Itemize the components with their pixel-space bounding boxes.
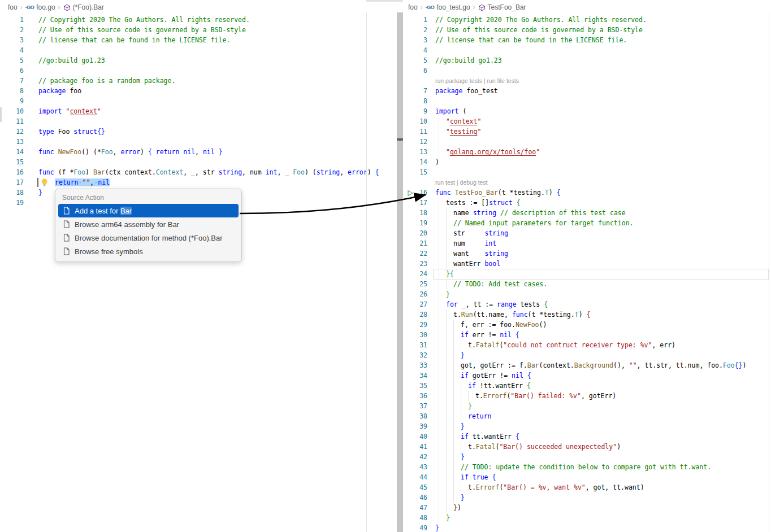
line-number: 49	[403, 523, 427, 532]
line-number: 5	[0, 55, 24, 66]
menu-item-add-test[interactable]: Add a test for Bar	[58, 204, 239, 217]
codelens-row: run package tests | run file tests	[403, 76, 771, 86]
code-text: }	[435, 523, 439, 532]
file-icon	[63, 207, 70, 215]
code-line: 14func NewFoo() (*Foo, error) { return n…	[0, 147, 366, 157]
code-text: tests := []struct {	[435, 198, 521, 208]
line-number: 3	[0, 35, 24, 45]
line-number: 12	[0, 127, 24, 137]
code-text: import "context"	[38, 106, 101, 116]
line-number: 43	[403, 462, 427, 472]
go-file-icon: -GO	[426, 5, 435, 10]
code-line: 9import (	[403, 106, 771, 116]
breadcrumb-folder[interactable]: foo	[408, 3, 418, 11]
file-icon	[63, 234, 70, 242]
menu-item-browse-assembly[interactable]: Browse arm64 assembly for Bar	[58, 217, 239, 231]
line-number: 12	[403, 137, 427, 147]
code-line: 37}	[403, 401, 771, 411]
line-number: 14	[0, 147, 24, 157]
code-line: 5//go:build go1.23	[403, 55, 771, 66]
code-text: if !tt.wantErr {	[435, 381, 531, 391]
code-text: }	[435, 452, 465, 462]
match-highlight: Bar	[120, 207, 132, 215]
code-line: 6	[403, 66, 771, 76]
line-number: 35	[403, 381, 427, 391]
line-number: 10	[403, 116, 427, 127]
codelens-links[interactable]: run package tests | run file tests	[435, 76, 519, 86]
line-number: 4	[0, 45, 24, 55]
code-line: 32}	[403, 350, 771, 360]
code-text: "testing"	[435, 127, 481, 137]
code-line: 4	[0, 45, 366, 55]
line-number: 47	[403, 503, 427, 513]
code-line: 15	[0, 157, 366, 167]
code-line: 16func TestFoo_Bar(t *testing.T) {	[403, 187, 771, 198]
code-text: // Named input parameters for target fun…	[435, 218, 634, 228]
line-number: 26	[403, 289, 427, 299]
line-number: 9	[0, 96, 24, 106]
code-line: 8	[403, 96, 771, 106]
file-icon	[63, 247, 70, 255]
codelens-links[interactable]: run test | debug test	[435, 177, 488, 187]
code-line: 42}	[403, 452, 771, 462]
code-area-left[interactable]: 1// Copyright 2020 The Go Authors. All r…	[0, 15, 366, 208]
editor-border	[366, 12, 367, 532]
line-number: 7	[0, 76, 24, 86]
line-number: 13	[403, 147, 427, 157]
code-line: 48}	[403, 513, 771, 523]
code-line: 27for _, tt := range tests {	[403, 299, 771, 309]
menu-item-browse-documentation[interactable]: Browse documentation for method (*Foo).B…	[58, 231, 239, 245]
line-number: 8	[0, 86, 24, 96]
line-number: 27	[403, 299, 427, 309]
code-line: 23wantErr bool	[403, 259, 771, 269]
line-number: 7	[403, 86, 427, 96]
line-number: 46	[403, 492, 427, 503]
menu-item-label: Browse arm64 assembly for Bar	[75, 220, 179, 229]
code-text: want string	[435, 248, 508, 259]
code-line: 18name string // description of this tes…	[403, 208, 771, 218]
code-line: 16func (f *Foo) Bar(ctx context.Context,…	[0, 167, 366, 177]
line-number: 41	[403, 442, 427, 452]
code-text: type Foo struct{}	[38, 127, 105, 137]
breadcrumb-symbol[interactable]: (*Foo).Bar	[73, 3, 104, 11]
line-number: 16	[0, 167, 24, 177]
code-text: t.Errorf("Bar() = %v, want %v", got, tt.…	[435, 482, 644, 492]
line-number: 17	[0, 177, 24, 187]
editor-pane-left: foo › -GO foo.go › (*Foo).Bar 1// Copyri…	[0, 0, 366, 532]
menu-item-browse-free-symbols[interactable]: Browse free symbols	[58, 245, 239, 258]
code-line: 39}	[403, 421, 771, 431]
line-number: 39	[403, 421, 427, 431]
code-line: 12	[403, 137, 771, 147]
code-line: 4	[403, 45, 771, 55]
line-number: 23	[403, 259, 427, 269]
code-text: // TODO: Add test cases.	[435, 279, 547, 289]
code-text: }	[38, 187, 42, 198]
code-text: // Copyright 2020 The Go Authors. All ri…	[38, 15, 250, 25]
code-text: }	[435, 421, 465, 431]
line-number: 10	[0, 106, 24, 116]
breadcrumb-file[interactable]: foo_test.go	[436, 3, 470, 11]
code-line: 1// Copyright 2020 The Go Authors. All r…	[0, 15, 366, 25]
code-area-right[interactable]: 1// Copyright 2020 The Go Authors. All r…	[403, 15, 771, 532]
breadcrumb-file[interactable]: foo.go	[36, 3, 55, 11]
code-text: func TestFoo_Bar(t *testing.T) {	[435, 187, 561, 198]
line-number: 38	[403, 411, 427, 421]
code-line: 43// TODO: update the condition below to…	[403, 462, 771, 472]
breadcrumb-symbol[interactable]: TestFoo_Bar	[488, 3, 526, 11]
code-line: 41t.Fatal("Bar() succeeded unexpectedly"…	[403, 442, 771, 452]
code-text: "golang.org/x/tools/foo"	[435, 147, 540, 157]
line-number: 32	[403, 350, 427, 360]
code-line: 47})	[403, 503, 771, 513]
code-text: //go:build go1.23	[38, 55, 105, 66]
code-line: 17return·"",·nil	[0, 177, 366, 187]
code-text: t.Fatalf("could not contruct receiver ty…	[435, 340, 675, 350]
breadcrumb-folder[interactable]: foo	[8, 3, 18, 11]
code-line: 40if tt.wantErr {	[403, 431, 771, 442]
line-number: 1	[403, 15, 427, 25]
line-number: 9	[403, 106, 427, 116]
code-text: import (	[435, 106, 466, 116]
line-number: 8	[403, 96, 427, 106]
code-line: 49}	[403, 523, 771, 532]
code-line: 20str string	[403, 228, 771, 238]
code-line: 38return	[403, 411, 771, 421]
